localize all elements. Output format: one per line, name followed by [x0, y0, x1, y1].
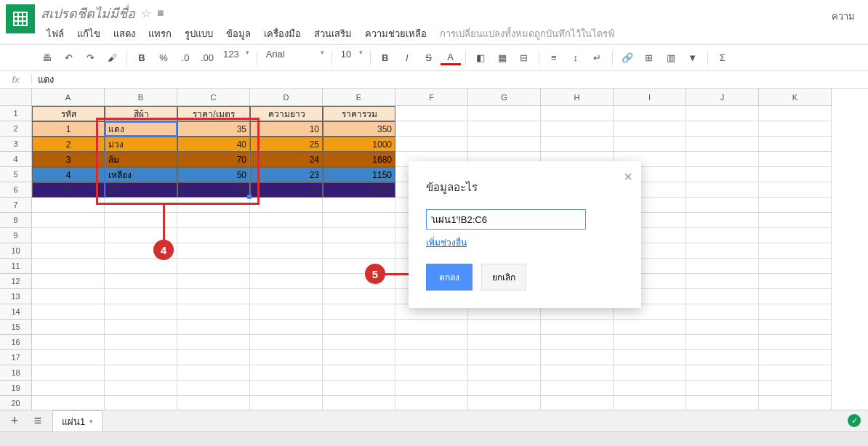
cell[interactable]: [759, 198, 832, 213]
row-header[interactable]: 20: [0, 396, 32, 411]
cell[interactable]: [614, 121, 686, 137]
sheets-logo[interactable]: [6, 4, 35, 33]
cell[interactable]: [468, 121, 541, 137]
cell[interactable]: [250, 365, 323, 381]
bold-icon[interactable]: B: [132, 49, 152, 68]
cell[interactable]: [468, 320, 541, 335]
cell[interactable]: [250, 259, 323, 274]
cell[interactable]: [468, 106, 541, 121]
percent-icon[interactable]: %: [153, 49, 174, 68]
cell[interactable]: [323, 243, 395, 259]
cell[interactable]: [759, 320, 832, 335]
cell[interactable]: [759, 167, 832, 182]
cell[interactable]: [105, 259, 177, 274]
cell[interactable]: สีผ้า: [105, 106, 177, 121]
cell[interactable]: 2: [32, 137, 105, 152]
menu-insert[interactable]: แทรก: [142, 23, 177, 44]
row-header[interactable]: 7: [0, 198, 32, 213]
cell[interactable]: 5: [32, 182, 105, 198]
cell[interactable]: [686, 167, 759, 182]
print-icon[interactable]: 🖶: [36, 49, 57, 68]
row-header[interactable]: 2: [0, 121, 32, 137]
row-header[interactable]: 19: [0, 381, 32, 396]
cell[interactable]: [32, 289, 105, 304]
cell[interactable]: รหัส: [32, 106, 105, 121]
cell[interactable]: [541, 396, 614, 411]
cell[interactable]: [323, 365, 395, 381]
cell[interactable]: [686, 304, 759, 320]
row-header[interactable]: 11: [0, 259, 32, 274]
cell[interactable]: [541, 121, 614, 137]
cell[interactable]: [686, 259, 759, 274]
menu-format[interactable]: รูปแบบ: [179, 23, 219, 44]
cell[interactable]: ราคา/เมตร: [177, 106, 250, 121]
cell[interactable]: [468, 137, 541, 152]
cell[interactable]: [32, 396, 105, 411]
cell[interactable]: [250, 228, 323, 243]
cell[interactable]: [686, 106, 759, 121]
link-icon[interactable]: 🔗: [617, 49, 638, 68]
cell[interactable]: [759, 121, 832, 137]
cell[interactable]: [686, 381, 759, 396]
folder-icon[interactable]: ■: [157, 7, 164, 20]
menu-addons[interactable]: ส่วนเสริม: [308, 23, 358, 44]
cell[interactable]: [759, 335, 832, 350]
cell[interactable]: [32, 213, 105, 228]
comment-icon[interactable]: ⊞: [639, 49, 659, 68]
cell[interactable]: [614, 335, 686, 350]
row-header[interactable]: 9: [0, 228, 32, 243]
cell[interactable]: [177, 304, 250, 320]
redo-icon[interactable]: ↷: [80, 49, 100, 68]
dec-increase-icon[interactable]: .00: [197, 49, 217, 68]
text-color-icon[interactable]: A: [441, 51, 461, 65]
cell[interactable]: [759, 289, 832, 304]
cell[interactable]: [468, 396, 541, 411]
size-select[interactable]: 10: [337, 49, 366, 68]
menu-tools[interactable]: เครื่องมือ: [258, 23, 307, 44]
cell[interactable]: [177, 365, 250, 381]
cell[interactable]: [250, 381, 323, 396]
undo-icon[interactable]: ↶: [58, 49, 79, 68]
ok-button[interactable]: ตกลง: [426, 264, 473, 291]
col-header[interactable]: I: [614, 89, 686, 106]
cell[interactable]: [686, 137, 759, 152]
cell[interactable]: [105, 350, 177, 365]
cell[interactable]: 30: [250, 182, 323, 198]
col-header[interactable]: H: [541, 89, 614, 106]
cell[interactable]: [105, 198, 177, 213]
cell[interactable]: [541, 350, 614, 365]
cell[interactable]: [759, 152, 832, 167]
cell[interactable]: [759, 106, 832, 121]
borders-icon[interactable]: ▦: [492, 49, 513, 68]
cell[interactable]: [250, 274, 323, 289]
cell[interactable]: [105, 320, 177, 335]
col-header[interactable]: E: [323, 89, 395, 106]
col-header[interactable]: C: [177, 89, 250, 106]
cell[interactable]: [177, 274, 250, 289]
cell[interactable]: [32, 381, 105, 396]
row-header[interactable]: 16: [0, 335, 32, 350]
cell[interactable]: [32, 320, 105, 335]
cell[interactable]: [686, 182, 759, 198]
cell[interactable]: [686, 274, 759, 289]
row-header[interactable]: 8: [0, 213, 32, 228]
row-header[interactable]: 18: [0, 365, 32, 381]
col-header[interactable]: F: [395, 89, 468, 106]
range-input[interactable]: [426, 209, 586, 230]
cell[interactable]: [250, 396, 323, 411]
row-header[interactable]: 14: [0, 304, 32, 320]
wrap-icon[interactable]: ↵: [587, 49, 608, 68]
cell[interactable]: [395, 381, 468, 396]
cell[interactable]: [614, 381, 686, 396]
col-header[interactable]: J: [686, 89, 759, 106]
cell[interactable]: [468, 365, 541, 381]
cell[interactable]: [395, 335, 468, 350]
row-header[interactable]: 3: [0, 137, 32, 152]
cell[interactable]: [686, 243, 759, 259]
cell[interactable]: [32, 198, 105, 213]
cell[interactable]: 1680: [323, 152, 395, 167]
cell[interactable]: [759, 137, 832, 152]
paint-icon[interactable]: 🖌: [102, 49, 122, 68]
cell[interactable]: [250, 243, 323, 259]
merge-icon[interactable]: ⊟: [514, 49, 534, 68]
